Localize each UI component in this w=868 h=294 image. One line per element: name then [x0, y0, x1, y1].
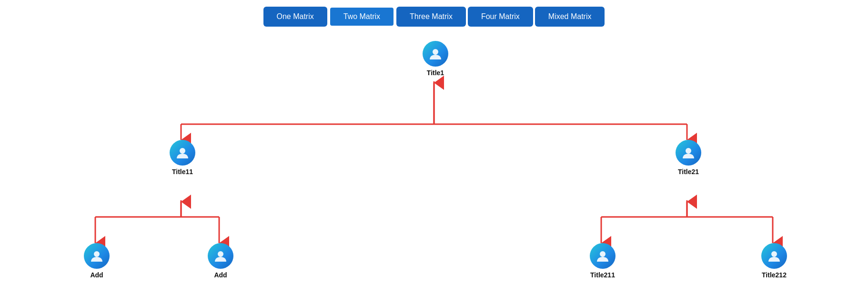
tree-area: Title1 Title11 Title21 Add: [0, 31, 868, 284]
node-left[interactable]: Title11: [163, 140, 202, 176]
tab-mixed-matrix[interactable]: Mixed Matrix: [535, 7, 605, 27]
svg-point-22: [218, 251, 223, 257]
node-ll-icon: [84, 243, 110, 269]
node-left-label: Title11: [172, 168, 193, 176]
tab-one-matrix[interactable]: One Matrix: [263, 7, 327, 27]
node-right-label: Title21: [678, 168, 699, 176]
tab-bar: One Matrix Two Matrix Three Matrix Four …: [0, 0, 868, 31]
node-lr-label: Add: [214, 271, 227, 279]
node-rl-label: Title211: [590, 271, 615, 279]
node-lr-icon: [208, 243, 233, 269]
svg-point-18: [433, 49, 438, 55]
tab-four-matrix[interactable]: Four Matrix: [468, 7, 533, 27]
node-rr[interactable]: Title212: [755, 243, 793, 279]
node-right[interactable]: Title21: [669, 140, 707, 176]
node-root-label: Title1: [427, 69, 444, 77]
node-rl-icon: [590, 243, 616, 269]
node-root-icon: [423, 41, 448, 67]
svg-point-19: [180, 148, 185, 154]
svg-point-23: [600, 251, 606, 257]
svg-point-24: [771, 251, 777, 257]
node-rl[interactable]: Title211: [584, 243, 622, 279]
node-rr-label: Title212: [762, 271, 787, 279]
tab-three-matrix[interactable]: Three Matrix: [396, 7, 466, 27]
node-ll-label: Add: [90, 271, 103, 279]
node-ll[interactable]: Add: [78, 243, 116, 279]
svg-point-21: [94, 251, 100, 257]
svg-point-20: [686, 148, 691, 154]
node-lr[interactable]: Add: [202, 243, 240, 279]
node-root[interactable]: Title1: [416, 41, 454, 77]
tab-two-matrix[interactable]: Two Matrix: [329, 7, 394, 27]
node-rr-icon: [761, 243, 787, 269]
node-right-icon: [676, 140, 701, 166]
node-left-icon: [170, 140, 195, 166]
